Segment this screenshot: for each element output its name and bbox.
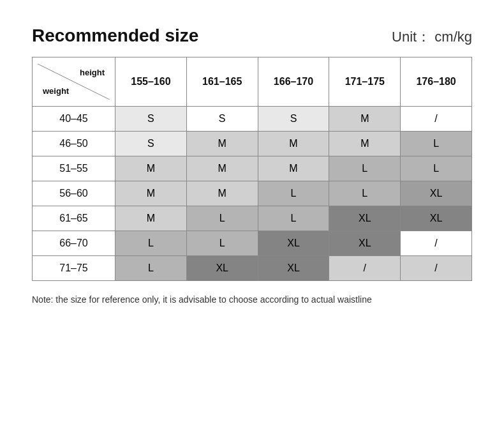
cell-4-1: L: [186, 206, 258, 231]
cell-6-1: XL: [186, 256, 258, 281]
table-row: 51–55MMMLL: [33, 156, 472, 181]
cell-2-2: M: [258, 156, 329, 181]
height-label: height: [80, 68, 105, 77]
cell-5-0: L: [115, 231, 187, 256]
row-header-2: 51–55: [33, 156, 115, 181]
cell-4-0: M: [115, 206, 187, 231]
cell-1-3: M: [329, 132, 401, 156]
unit-label: Unit： cm/kg: [392, 27, 472, 47]
cell-2-0: M: [115, 156, 187, 181]
cell-5-2: XL: [258, 231, 329, 256]
cell-2-1: M: [186, 156, 258, 181]
cell-0-1: S: [186, 107, 258, 132]
page-container: Recommended size Unit： cm/kg height weig…: [13, 13, 491, 319]
weight-label: weight: [43, 86, 69, 96]
col-header-4: 176–180: [401, 57, 472, 107]
size-table: height weight 155–160 161–165 166–170 17…: [32, 57, 472, 281]
table-row: 66–70LLXLXL/: [33, 231, 472, 256]
cell-6-3: /: [329, 256, 401, 281]
header-row: Recommended size Unit： cm/kg: [32, 26, 472, 47]
table-row: 71–75LXLXL//: [33, 256, 472, 281]
row-header-0: 40–45: [33, 107, 115, 132]
table-row: 56–60MMLLXL: [33, 181, 472, 206]
row-header-6: 71–75: [33, 256, 115, 281]
cell-0-2: S: [258, 107, 329, 132]
cell-2-3: L: [329, 156, 401, 181]
cell-5-3: XL: [329, 231, 401, 256]
cell-4-3: XL: [329, 206, 401, 231]
cell-3-3: L: [329, 181, 401, 206]
cell-1-0: S: [115, 132, 187, 156]
col-header-1: 161–165: [186, 57, 258, 107]
col-header-0: 155–160: [115, 57, 187, 107]
cell-4-4: XL: [401, 206, 472, 231]
table-row: 46–50SMMML: [33, 132, 472, 156]
cell-0-4: /: [401, 107, 472, 132]
row-header-3: 56–60: [33, 181, 115, 206]
cell-3-1: M: [186, 181, 258, 206]
cell-3-0: M: [115, 181, 187, 206]
cell-6-4: /: [401, 256, 472, 281]
cell-6-0: L: [115, 256, 187, 281]
note-text: Note: the size for reference only, it is…: [32, 292, 472, 307]
cell-0-3: M: [329, 107, 401, 132]
col-header-2: 166–170: [258, 57, 329, 107]
col-header-3: 171–175: [329, 57, 401, 107]
cell-1-1: M: [186, 132, 258, 156]
row-header-4: 61–65: [33, 206, 115, 231]
cell-5-1: L: [186, 231, 258, 256]
cell-4-2: L: [258, 206, 329, 231]
cell-3-2: L: [258, 181, 329, 206]
table-row: 61–65MLLXLXL: [33, 206, 472, 231]
diagonal-header-cell: height weight: [33, 57, 115, 107]
cell-1-2: M: [258, 132, 329, 156]
cell-2-4: L: [401, 156, 472, 181]
cell-6-2: XL: [258, 256, 329, 281]
cell-1-4: L: [401, 132, 472, 156]
table-row: 40–45SSSM/: [33, 107, 472, 132]
row-header-1: 46–50: [33, 132, 115, 156]
cell-0-0: S: [115, 107, 187, 132]
cell-5-4: /: [401, 231, 472, 256]
page-title: Recommended size: [32, 26, 198, 46]
cell-3-4: XL: [401, 181, 472, 206]
row-header-5: 66–70: [33, 231, 115, 256]
